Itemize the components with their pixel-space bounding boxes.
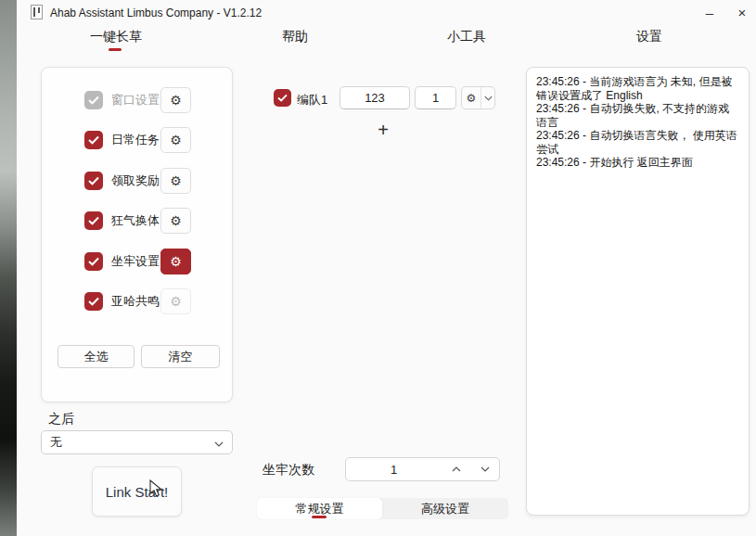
- close-button[interactable]: ×: [727, 0, 756, 24]
- check-icon: [88, 135, 99, 145]
- team1-gear-button[interactable]: ⚙: [462, 87, 481, 108]
- minimize-icon: –: [706, 5, 713, 20]
- jail-count-label: 坐牢次数: [263, 462, 314, 479]
- tab-selected-underline: [109, 48, 122, 51]
- gear-button-rewards[interactable]: ⚙: [160, 168, 191, 194]
- jail-count-spinner: 1: [345, 457, 500, 481]
- gear-icon: ⚙: [170, 213, 182, 228]
- checkbox-jail[interactable]: [84, 252, 103, 271]
- task-label: 坐牢设置: [111, 253, 160, 270]
- settings-tab-underline: [312, 516, 327, 518]
- chevron-up-icon: [452, 466, 461, 472]
- check-icon: [88, 176, 99, 185]
- tab-tools[interactable]: 小工具: [447, 29, 486, 45]
- spinner-up-button[interactable]: [442, 458, 470, 480]
- gear-button-window-settings[interactable]: ⚙: [160, 87, 191, 113]
- log-panel: 23:45:26 - 当前游戏语言为 未知, 但是被错误设置成了 English…: [526, 67, 750, 516]
- close-icon: ×: [738, 5, 747, 20]
- tab-one-key[interactable]: 一键长草: [90, 29, 142, 45]
- window-title: Ahab Assistant Limbus Company - V1.2.12: [50, 6, 262, 19]
- task-row-resonance: 亚哈共鸣 ⚙: [84, 288, 191, 314]
- checkbox-window-settings[interactable]: [84, 91, 103, 109]
- log-entry: 23:45:26 - 自动切换语言失败， 使用英语尝试: [536, 129, 739, 156]
- task-label: 窗口设置: [111, 92, 160, 108]
- team1-count-input[interactable]: 1: [415, 86, 456, 109]
- chevron-down-icon: [214, 436, 224, 450]
- app-icon: [31, 5, 43, 19]
- gear-button-jail[interactable]: ⚙: [160, 249, 191, 274]
- gear-button-daily[interactable]: ⚙: [160, 127, 191, 153]
- task-row-mirror: 狂气换体 ⚙: [84, 208, 191, 234]
- gear-button-resonance[interactable]: ⚙: [160, 288, 191, 314]
- checkbox-resonance[interactable]: [84, 292, 103, 311]
- gear-icon: ⚙: [170, 254, 182, 269]
- gear-icon: ⚙: [170, 173, 182, 188]
- task-label: 日常任务: [111, 132, 160, 148]
- gear-icon: ⚙: [170, 294, 182, 309]
- gear-button-mirror[interactable]: ⚙: [160, 208, 191, 234]
- task-row-rewards: 领取奖励 ⚙: [84, 168, 191, 194]
- chevron-down-icon: [481, 466, 490, 472]
- log-content: 23:45:26 - 当前游戏语言为 未知, 但是被错误设置成了 English…: [527, 68, 749, 177]
- gear-icon: ⚙: [170, 93, 182, 108]
- task-row-jail: 坐牢设置 ⚙: [84, 249, 191, 274]
- check-icon: [88, 96, 99, 105]
- check-icon: [88, 216, 99, 225]
- task-panel: 窗口设置 ⚙ 日常任务 ⚙ 领取奖励 ⚙ 狂气换体 ⚙: [41, 67, 233, 402]
- minimize-button[interactable]: –: [695, 0, 724, 24]
- task-row-window-settings: 窗口设置 ⚙: [84, 87, 191, 113]
- team1-battle-input[interactable]: 123: [340, 86, 410, 109]
- desktop-background-strip: [0, 0, 17, 536]
- team1-label: 编队1: [297, 92, 327, 108]
- log-entry: 23:45:26 - 开始执行 返回主界面: [536, 156, 739, 170]
- after-label: 之后: [48, 411, 74, 428]
- app-window: Ahab Assistant Limbus Company - V1.2.12 …: [17, 0, 756, 536]
- chevron-down-icon: [484, 96, 493, 101]
- link-start-button[interactable]: Link Start!: [92, 466, 182, 517]
- clear-button[interactable]: 清空: [141, 345, 220, 368]
- after-dropdown-value: 无: [50, 434, 62, 451]
- checkbox-rewards[interactable]: [84, 172, 103, 190]
- checkbox-daily[interactable]: [84, 131, 103, 149]
- checkbox-team1[interactable]: [274, 89, 291, 107]
- spinner-down-button[interactable]: [470, 458, 499, 480]
- log-entry: 23:45:26 - 当前游戏语言为 未知, 但是被错误设置成了 English: [536, 75, 739, 102]
- check-icon: [88, 297, 99, 306]
- mouse-cursor: [149, 479, 164, 502]
- jail-count-value[interactable]: 1: [346, 458, 442, 480]
- team1-dropdown-button[interactable]: [481, 87, 494, 108]
- team1-settings-split-button: ⚙: [461, 86, 495, 109]
- settings-tabbar: 常规设置 高级设置: [257, 498, 508, 519]
- add-team-button[interactable]: +: [370, 118, 396, 142]
- task-label: 亚哈共鸣: [111, 293, 160, 310]
- tab-help[interactable]: 帮助: [282, 29, 308, 45]
- gear-icon: ⚙: [170, 133, 182, 147]
- tab-advanced-settings[interactable]: 高级设置: [382, 498, 508, 519]
- select-all-button[interactable]: 全选: [58, 345, 135, 368]
- log-entry: 23:45:26 - 自动切换失败, 不支持的游戏语言: [536, 102, 739, 129]
- gear-icon: ⚙: [467, 92, 477, 105]
- checkbox-mirror[interactable]: [84, 211, 103, 230]
- after-dropdown[interactable]: 无: [41, 430, 233, 454]
- task-row-daily: 日常任务 ⚙: [84, 127, 191, 153]
- check-icon: [277, 94, 288, 102]
- check-icon: [88, 257, 99, 266]
- task-label: 狂气换体: [111, 212, 160, 229]
- tab-settings[interactable]: 设置: [636, 29, 662, 45]
- task-label: 领取奖励: [111, 172, 160, 189]
